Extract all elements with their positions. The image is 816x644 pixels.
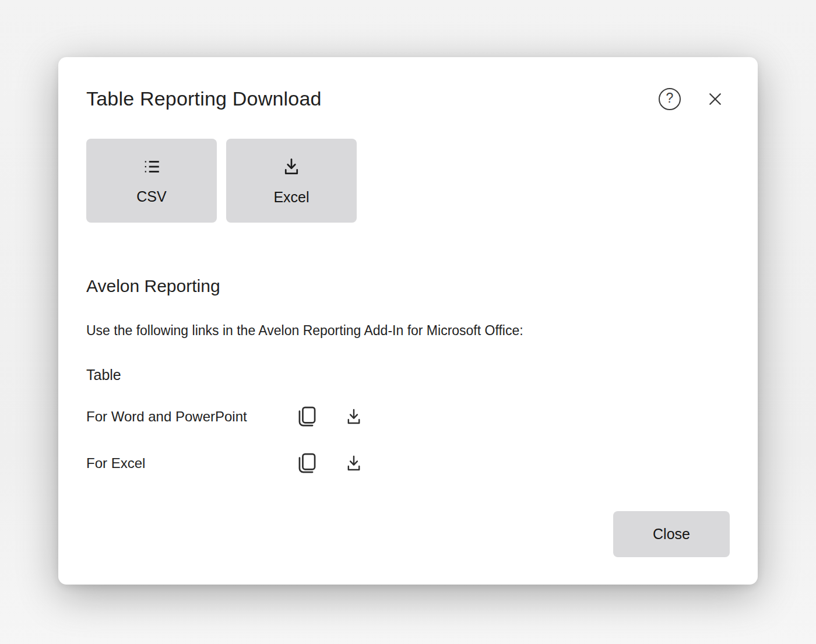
csv-format-label: CSV (136, 188, 166, 205)
dialog-footer: Close (86, 511, 730, 557)
close-button[interactable]: Close (613, 511, 730, 557)
header-icons: ? (659, 88, 724, 110)
copy-icon[interactable] (294, 403, 318, 430)
dialog-title: Table Reporting Download (86, 87, 322, 110)
section-description: Use the following links in the Avelon Re… (86, 323, 730, 339)
help-icon[interactable]: ? (659, 88, 681, 110)
word-powerpoint-row: For Word and PowerPoint (86, 403, 730, 430)
excel-format-label: Excel (273, 189, 309, 206)
download-icon[interactable] (342, 450, 365, 477)
row-label: For Word and PowerPoint (86, 409, 294, 425)
list-icon (142, 157, 161, 177)
download-icon[interactable] (342, 403, 365, 430)
close-icon[interactable] (706, 90, 724, 108)
dialog-header: Table Reporting Download ? (86, 87, 730, 110)
excel-row: For Excel (86, 450, 730, 477)
excel-format-button[interactable]: Excel (226, 139, 357, 223)
format-buttons: CSV Excel (86, 139, 730, 223)
table-subheading: Table (86, 367, 730, 383)
avelon-reporting-heading: Avelon Reporting (86, 276, 730, 296)
download-icon (281, 156, 302, 177)
row-label: For Excel (86, 455, 294, 471)
csv-format-button[interactable]: CSV (86, 139, 217, 223)
table-reporting-download-dialog: Table Reporting Download ? (58, 57, 758, 585)
help-glyph: ? (666, 92, 674, 105)
copy-icon[interactable] (294, 450, 318, 477)
